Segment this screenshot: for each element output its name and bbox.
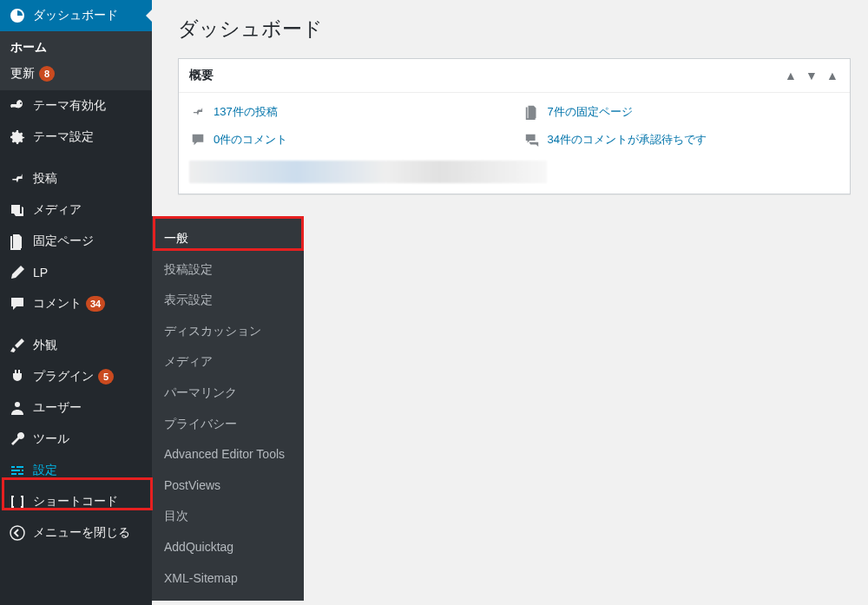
- metabox-title: 概要: [189, 68, 784, 83]
- sidebar-label: メニューを閉じる: [33, 525, 130, 541]
- flyout-item-addquicktag[interactable]: AddQuicktag: [152, 532, 304, 563]
- media-icon: [9, 201, 26, 219]
- sidebar-label: ツール: [33, 431, 69, 447]
- overview-posts: 137件の投稿: [189, 103, 506, 121]
- sidebar-label: ダッシュボード: [33, 8, 118, 23]
- comments-icon: [523, 131, 541, 148]
- toggle-icon[interactable]: ▲: [825, 69, 839, 82]
- settings-flyout: 一般 投稿設定 表示設定 ディスカッション メディア パーマリンク プライバシー…: [152, 216, 304, 601]
- move-down-icon[interactable]: ▼: [805, 69, 819, 82]
- overview-posts-link[interactable]: 137件の投稿: [214, 104, 278, 120]
- flyout-item-postviews[interactable]: PostViews: [152, 470, 304, 502]
- plug-icon: [9, 368, 26, 385]
- gear-icon: [9, 128, 26, 146]
- overview-pending: 34件のコメントが承認待ちです: [523, 131, 840, 148]
- plugins-badge: 5: [98, 369, 114, 385]
- flyout-item-reading[interactable]: 表示設定: [152, 285, 304, 316]
- flyout-item-toc[interactable]: 目次: [152, 501, 304, 532]
- page-icon: [523, 103, 541, 121]
- sidebar-label: 外観: [33, 338, 57, 353]
- sidebar-sub-updates[interactable]: 更新8: [0, 61, 152, 87]
- collapse-icon: [9, 524, 26, 542]
- sidebar-dashboard-submenu: ホーム 更新8: [0, 31, 152, 90]
- sidebar-item-comments[interactable]: コメント 34: [0, 288, 152, 319]
- sidebar-item-dashboard[interactable]: ダッシュボード: [0, 0, 152, 31]
- comment-icon: [9, 295, 26, 312]
- move-up-icon[interactable]: ▲: [784, 69, 798, 82]
- overview-comments-link[interactable]: 0件のコメント: [214, 132, 287, 148]
- dashboard-icon: [9, 7, 26, 24]
- flyout-item-privacy[interactable]: プライバシー: [152, 409, 304, 440]
- sidebar-label: LP: [33, 266, 48, 279]
- flyout-item-aet[interactable]: Advanced Editor Tools: [152, 439, 304, 470]
- sidebar-item-settings[interactable]: 設定: [0, 455, 152, 486]
- flyout-item-xmlsitemap[interactable]: XML-Sitemap: [152, 563, 304, 595]
- flyout-item-writing[interactable]: 投稿設定: [152, 254, 304, 286]
- admin-sidebar: ダッシュボード ホーム 更新8 テーマ有効化 テーマ設定 投稿 メディア 固定ペ…: [0, 0, 152, 605]
- comments-badge: 34: [86, 296, 105, 312]
- svg-point-0: [13, 207, 15, 208]
- page-title: ダッシュボード: [178, 16, 851, 43]
- sidebar-item-plugins[interactable]: プラグイン 5: [0, 361, 152, 392]
- sidebar-label: 投稿: [33, 171, 57, 187]
- sidebar-item-collapse[interactable]: メニューを閉じる: [0, 517, 152, 549]
- overview-pending-link[interactable]: 34件のコメントが承認待ちです: [548, 132, 707, 148]
- sidebar-item-pages[interactable]: 固定ページ: [0, 226, 152, 257]
- sidebar-label: テーマ設定: [33, 129, 94, 145]
- sidebar-label: ユーザー: [33, 400, 82, 416]
- key-icon: [9, 97, 26, 115]
- overview-comments: 0件のコメント: [189, 131, 506, 148]
- overview-pages-link[interactable]: 7件の固定ページ: [548, 104, 633, 120]
- pencil-icon: [9, 264, 26, 281]
- page-icon: [9, 233, 26, 250]
- metabox-body: 137件の投稿 7件の固定ページ 0件のコメント 34件のコメントが承認待ちです: [179, 93, 850, 194]
- sidebar-item-media[interactable]: メディア: [0, 194, 152, 226]
- sliders-icon: [9, 462, 26, 479]
- flyout-item-media[interactable]: メディア: [152, 346, 304, 378]
- sidebar-item-tools[interactable]: ツール: [0, 424, 152, 455]
- updates-badge: 8: [39, 66, 55, 82]
- metabox-controls: ▲ ▼ ▲: [784, 69, 839, 82]
- sidebar-sub-home[interactable]: ホーム: [0, 35, 152, 61]
- sidebar-label: プラグイン: [33, 369, 94, 385]
- sidebar-item-theme-activate[interactable]: テーマ有効化: [0, 90, 152, 122]
- sidebar-label: コメント: [33, 296, 82, 312]
- overview-pages: 7件の固定ページ: [523, 103, 840, 121]
- flyout-item-general[interactable]: 一般: [152, 223, 304, 254]
- sidebar-item-appearance[interactable]: 外観: [0, 330, 152, 361]
- sidebar-item-posts[interactable]: 投稿: [0, 163, 152, 194]
- sidebar-item-shortcode[interactable]: ショートコード: [0, 486, 152, 517]
- svg-point-1: [15, 402, 20, 407]
- svg-point-2: [10, 526, 24, 540]
- sidebar-label: メディア: [33, 202, 82, 218]
- overview-grid: 137件の投稿 7件の固定ページ 0件のコメント 34件のコメントが承認待ちです: [189, 103, 839, 148]
- user-icon: [9, 399, 26, 417]
- brackets-icon: [9, 493, 26, 510]
- sidebar-item-users[interactable]: ユーザー: [0, 392, 152, 424]
- flyout-item-discussion[interactable]: ディスカッション: [152, 316, 304, 347]
- main-content: ダッシュボード 概要 ▲ ▼ ▲ 137件の投稿 7件の固定ページ: [169, 0, 868, 212]
- sidebar-item-lp[interactable]: LP: [0, 257, 152, 288]
- pin-icon: [9, 170, 26, 187]
- sidebar-label: 固定ページ: [33, 233, 94, 249]
- wrench-icon: [9, 431, 26, 448]
- pin-icon: [189, 103, 207, 121]
- sidebar-label: 設定: [33, 463, 57, 478]
- sidebar-label: ショートコード: [33, 494, 118, 510]
- brush-icon: [9, 337, 26, 354]
- redacted-strip: [189, 161, 547, 183]
- sidebar-label: テーマ有効化: [33, 98, 106, 114]
- overview-metabox: 概要 ▲ ▼ ▲ 137件の投稿 7件の固定ページ 0件のコメント: [178, 58, 851, 194]
- sidebar-item-theme-settings[interactable]: テーマ設定: [0, 122, 152, 153]
- comment-icon: [189, 131, 207, 148]
- flyout-item-permalinks[interactable]: パーマリンク: [152, 378, 304, 409]
- metabox-header: 概要 ▲ ▼ ▲: [179, 59, 850, 93]
